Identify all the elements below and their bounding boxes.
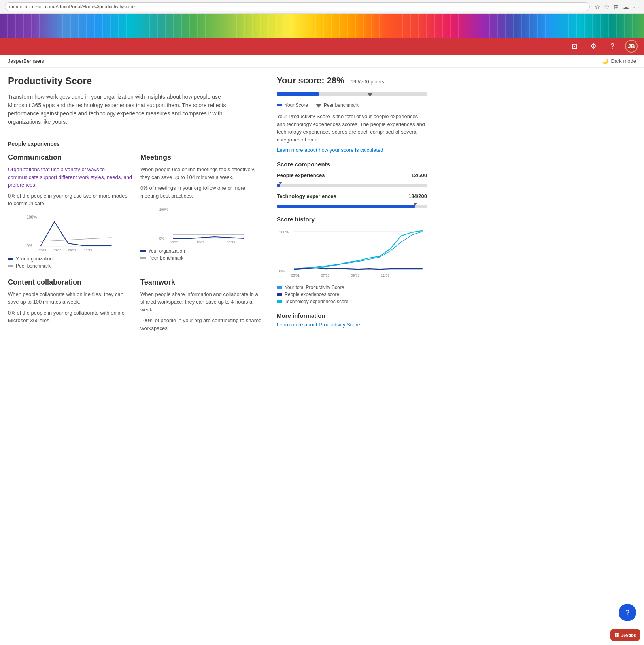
- people-experiences-heading: People experiences: [8, 141, 265, 147]
- communication-title: Communication: [8, 153, 132, 162]
- svg-text:10/26: 10/26: [197, 241, 205, 244]
- comm-peer-label: Peer benchmark: [16, 263, 51, 269]
- score-description: Your Productivity Score is the total of …: [277, 113, 427, 143]
- svg-text:09/08: 09/08: [68, 249, 77, 252]
- total-score-legend: Your total Productivity Score: [277, 285, 427, 290]
- people-exp-label: People experiences: [277, 172, 325, 178]
- svg-text:10/28: 10/28: [227, 241, 236, 244]
- cloud-icon[interactable]: ☁: [623, 3, 629, 11]
- total-score-legend-label: Your total Productivity Score: [285, 285, 344, 290]
- tips-label: 365tips: [621, 633, 636, 637]
- meet-legend-peer: Peer Benchmark: [140, 255, 265, 261]
- svg-text:09/11: 09/11: [351, 273, 360, 277]
- svg-text:0%: 0%: [27, 244, 33, 248]
- people-score-legend-label: People experiences score: [285, 292, 339, 297]
- meetings-description: When people use online meetings tools ef…: [140, 166, 265, 181]
- content-collab-card: Content collaboration When people collab…: [8, 278, 132, 336]
- tech-exp-bar-fill: [277, 205, 415, 208]
- comm-org-label: Your organization: [16, 256, 53, 262]
- learn-more-productivity-link[interactable]: Learn more about Productivity Score: [277, 322, 360, 328]
- peer-marker-icon: [368, 93, 372, 97]
- peer-legend-label: Peer benchmark: [324, 102, 359, 108]
- score-legend-row: Your Score Peer benchmark: [277, 101, 427, 108]
- left-panel: Productivity Score Transform how work ge…: [8, 75, 277, 345]
- office-icon: ⊞: [614, 631, 619, 639]
- svg-rect-34: [277, 293, 282, 296]
- url-bar[interactable]: /admin.microsoft.com/AdminPortal/Home#/p…: [5, 2, 590, 11]
- content-collab-title: Content collaboration: [8, 278, 132, 287]
- main-scroll[interactable]: Productivity Score Transform how work ge…: [0, 68, 644, 645]
- people-score-legend-icon: [277, 292, 282, 297]
- total-score-legend-icon: [277, 285, 282, 290]
- more-info-title: More information: [277, 312, 427, 319]
- username-label: JasperBernaers: [8, 58, 44, 64]
- svg-marker-20: [368, 93, 372, 97]
- your-score-legend-label: Your Score: [285, 102, 308, 108]
- menu-icon[interactable]: ⋯: [633, 3, 639, 11]
- svg-text:0%: 0%: [279, 269, 285, 273]
- svg-text:100%: 100%: [27, 215, 37, 219]
- tech-score-legend: Technology experiences score: [277, 299, 427, 304]
- svg-text:10/25: 10/25: [170, 241, 179, 244]
- people-exp-label-row: People experiences 12/500: [277, 172, 427, 178]
- moon-icon: 🌙: [602, 58, 608, 64]
- svg-text:100%: 100%: [159, 207, 168, 211]
- comm-legend-org: Your organization: [8, 256, 132, 262]
- tech-exp-score: 184/200: [408, 193, 427, 199]
- help-icon[interactable]: ?: [606, 40, 619, 53]
- score-title: Your score: 28%: [277, 75, 344, 85]
- learn-more-score-link[interactable]: Learn more about how your score is calcu…: [277, 147, 383, 153]
- tech-exp-component: Technology experiences 184/200: [277, 193, 427, 208]
- collections-icon[interactable]: ⊞: [614, 3, 619, 11]
- score-bar-container: [277, 92, 427, 96]
- teamwork-card: Teamwork When people share information a…: [140, 278, 265, 336]
- history-chart: 100% 0% 05/31 07/21 09/11 11/01: [277, 227, 427, 279]
- color-banner: [0, 14, 644, 38]
- svg-rect-18: [140, 250, 146, 252]
- peer-legend: Peer benchmark: [316, 102, 359, 108]
- svg-text:11/01: 11/01: [381, 273, 390, 277]
- people-exp-bar-bg: [277, 184, 427, 187]
- svg-marker-22: [316, 104, 321, 108]
- svg-text:05/31: 05/31: [291, 273, 300, 277]
- communication-stat: 0% of the people in your org use two or …: [8, 192, 132, 207]
- reading-list-icon[interactable]: ☆: [604, 3, 610, 11]
- svg-rect-21: [277, 104, 282, 106]
- user-bar: JasperBernaers 🌙 Dark mode: [0, 55, 644, 68]
- peer-legend-icon: [316, 102, 321, 108]
- people-exp-component: People experiences 12/500: [277, 172, 427, 187]
- meetings-title: Meetings: [140, 153, 265, 162]
- svg-text:100%: 100%: [279, 230, 289, 234]
- score-points: 196/700 points: [351, 79, 384, 85]
- help-fab[interactable]: ?: [619, 604, 636, 621]
- star-icon[interactable]: ☆: [595, 3, 600, 11]
- tech-exp-bar-bg: [277, 205, 427, 208]
- meet-legend-org: Your organization: [140, 248, 265, 254]
- svg-text:0%: 0%: [159, 236, 164, 240]
- teamwork-stat: 100% of people in your org are contribut…: [140, 317, 265, 332]
- page-description: Transform how work gets done in your org…: [8, 93, 229, 126]
- history-title: Score history: [277, 216, 427, 223]
- your-score-legend: Your Score: [277, 102, 308, 108]
- svg-rect-8: [8, 258, 13, 260]
- section-divider: [8, 134, 265, 134]
- tech-score-legend-icon: [277, 299, 282, 304]
- score-bar-fill: [277, 92, 319, 96]
- svg-text:07/20: 07/20: [54, 249, 62, 252]
- score-components: Score components People experiences 12/5…: [277, 161, 427, 208]
- right-panel: Your score: 28% 196/700 points: [277, 75, 427, 345]
- monitor-icon[interactable]: ⊡: [568, 40, 581, 53]
- teamwork-title: Teamwork: [140, 278, 265, 287]
- tech-score-legend-label: Technology experiences score: [285, 299, 348, 304]
- svg-text:10/28: 10/28: [84, 249, 93, 252]
- dark-mode-toggle[interactable]: 🌙 Dark mode: [602, 58, 636, 64]
- page-title: Productivity Score: [8, 75, 265, 87]
- user-avatar[interactable]: JB: [625, 40, 638, 53]
- tips-fab[interactable]: ⊞ 365tips: [610, 629, 640, 641]
- top-nav: ⊡ ⚙ ? JB: [0, 38, 644, 55]
- browser-icons: ☆ ☆ ⊞ ☁ ⋯: [595, 3, 639, 11]
- svg-rect-9: [8, 265, 13, 267]
- settings-icon[interactable]: ⚙: [587, 40, 600, 53]
- meetings-chart: 100% 0% 10/25 10/26 10/28: [140, 206, 265, 245]
- score-components-title: Score components: [277, 161, 427, 168]
